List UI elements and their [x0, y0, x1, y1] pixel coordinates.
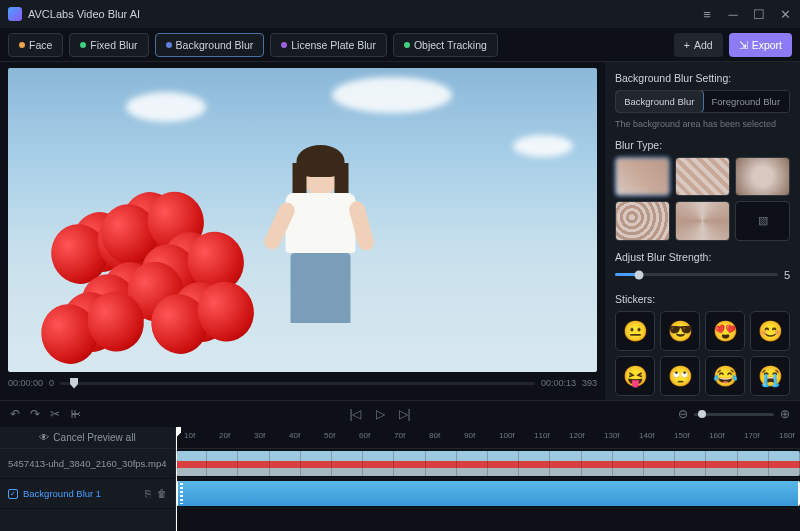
undo-button[interactable]: ↶ [10, 407, 20, 421]
preview-scrubber[interactable] [60, 382, 535, 385]
ruler-tick: 40f [289, 431, 300, 440]
foreground-blur-toggle[interactable]: Foreground Blur [703, 91, 790, 112]
cancel-preview-button[interactable]: 👁Cancel Preview all [0, 427, 175, 449]
timeline-panel: ↶ ↷ ✂ |◁ ▷ ▷| ⊖ ⊕ 👁Cancel Preview all 54… [0, 400, 800, 531]
zoom-in-button[interactable]: ⊕ [780, 407, 790, 421]
sticker-0[interactable]: 😐 [615, 311, 655, 351]
play-button[interactable]: ▷ [376, 407, 385, 421]
background-blur-toggle[interactable]: Background Blur [615, 90, 704, 113]
timeline-playhead[interactable] [176, 427, 177, 531]
zoom-out-button[interactable]: ⊖ [678, 407, 688, 421]
blur-type-swirl[interactable] [675, 201, 730, 240]
zoom-slider[interactable] [694, 413, 774, 416]
ruler-tick: 70f [394, 431, 405, 440]
ruler-tick: 180f [779, 431, 795, 440]
sticker-4[interactable]: 😝 [615, 356, 655, 396]
redo-button[interactable]: ↷ [30, 407, 40, 421]
effect-track[interactable] [176, 479, 800, 509]
end-time: 00:00:13 [541, 378, 576, 388]
ruler-tick: 100f [499, 431, 515, 440]
fixed-blur-mode-button[interactable]: Fixed Blur [69, 33, 148, 57]
selection-info: The background area has been selected [615, 119, 790, 129]
blur-type-radial[interactable] [735, 157, 790, 196]
total-frames: 393 [582, 378, 597, 388]
eye-off-icon: 👁 [39, 432, 49, 443]
ruler-tick: 20f [219, 431, 230, 440]
plus-icon: + [684, 39, 690, 51]
setting-title: Background Blur Setting: [615, 72, 790, 84]
settings-sidebar: Background Blur Setting: Background Blur… [605, 62, 800, 400]
blur-type-title: Blur Type: [615, 139, 790, 151]
current-frame: 0 [49, 378, 54, 388]
delete-effect-button[interactable]: 🗑 [157, 488, 167, 499]
effect-checkbox[interactable]: ✓ [8, 489, 18, 499]
blur-strength-slider[interactable] [615, 273, 778, 276]
sticker-6[interactable]: 😂 [705, 356, 745, 396]
preview-playbar: 00:00:00 0 00:00:13 393 [8, 372, 597, 394]
split-button[interactable]: ✂ [50, 407, 60, 421]
minimize-button[interactable]: ─ [726, 7, 740, 21]
current-time: 00:00:00 [8, 378, 43, 388]
video-clip[interactable] [176, 451, 800, 476]
ruler-tick: 140f [639, 431, 655, 440]
blur-target-toggle: Background Blur Foreground Blur [615, 90, 790, 113]
blur-type-custom[interactable]: ▧ [735, 201, 790, 240]
video-preview[interactable] [8, 68, 597, 372]
prev-frame-button[interactable]: |◁ [349, 407, 361, 421]
ruler-tick: 150f [674, 431, 690, 440]
preview-subject [285, 153, 355, 323]
timeline-ruler[interactable]: 10f20f30f40f50f60f70f80f90f100f110f120f1… [176, 427, 800, 449]
blur-effect-clip[interactable] [176, 481, 800, 506]
ruler-tick: 80f [429, 431, 440, 440]
lock-icon[interactable]: ⎘ [145, 488, 151, 499]
video-track-label[interactable]: 5457413-uhd_3840_2160_30fps.mp4 [0, 449, 175, 479]
cut-button[interactable] [70, 408, 82, 420]
sticker-2[interactable]: 😍 [705, 311, 745, 351]
ruler-tick: 10f [184, 431, 195, 440]
blur-type-gaussian[interactable] [615, 157, 670, 196]
face-mode-button[interactable]: Face [8, 33, 63, 57]
app-title: AVCLabs Video Blur AI [28, 8, 140, 20]
blur-type-mosaic[interactable] [675, 157, 730, 196]
sticker-7[interactable]: 😭 [750, 356, 790, 396]
add-button[interactable]: +Add [674, 33, 723, 57]
ruler-tick: 120f [569, 431, 585, 440]
strength-title: Adjust Blur Strength: [615, 251, 790, 263]
ruler-tick: 50f [324, 431, 335, 440]
ruler-tick: 90f [464, 431, 475, 440]
video-track[interactable] [176, 449, 800, 479]
close-button[interactable]: ✕ [778, 7, 792, 21]
ruler-tick: 130f [604, 431, 620, 440]
ruler-tick: 30f [254, 431, 265, 440]
license-plate-mode-button[interactable]: License Plate Blur [270, 33, 387, 57]
mode-toolbar: Face Fixed Blur Background Blur License … [0, 28, 800, 62]
next-frame-button[interactable]: ▷| [399, 407, 411, 421]
object-tracking-mode-button[interactable]: Object Tracking [393, 33, 498, 57]
background-blur-mode-button[interactable]: Background Blur [155, 33, 265, 57]
export-icon: ⇲ [739, 39, 748, 51]
ruler-tick: 60f [359, 431, 370, 440]
menu-icon[interactable]: ≡ [700, 7, 714, 21]
sticker-5[interactable]: 🙄 [660, 356, 700, 396]
preview-balloons [43, 172, 273, 372]
ruler-tick: 110f [534, 431, 550, 440]
stickers-title: Stickers: [615, 293, 790, 305]
export-button[interactable]: ⇲Export [729, 33, 792, 57]
ruler-tick: 160f [709, 431, 725, 440]
titlebar: AVCLabs Video Blur AI ≡ ─ ☐ ✕ [0, 0, 800, 28]
app-logo-icon [8, 7, 22, 21]
sticker-1[interactable]: 😎 [660, 311, 700, 351]
sticker-3[interactable]: 😊 [750, 311, 790, 351]
blur-strength-value: 5 [784, 269, 790, 281]
playhead-icon[interactable] [70, 378, 78, 389]
maximize-button[interactable]: ☐ [752, 7, 766, 21]
blur-type-pattern[interactable] [615, 201, 670, 240]
effect-track-label[interactable]: ✓ Background Blur 1 ⎘🗑 [0, 479, 175, 509]
image-icon: ▧ [758, 214, 768, 227]
ruler-tick: 170f [744, 431, 760, 440]
